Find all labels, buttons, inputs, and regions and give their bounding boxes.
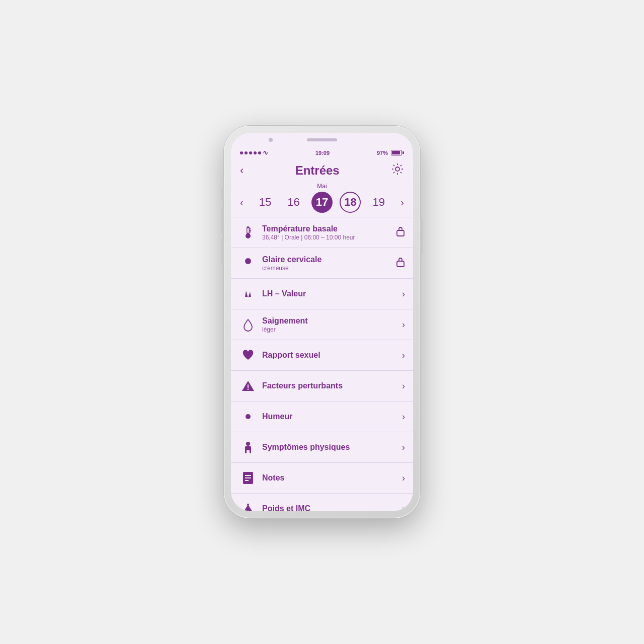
date-15[interactable]: 15 [255,192,276,213]
status-bar: ∿ 19:09 97% [231,147,413,158]
side-button-vol-down [221,239,224,264]
signal-area: ∿ [240,149,268,156]
app-header: ‹ Entrées [231,158,413,181]
date-16[interactable]: 16 [283,192,304,213]
saignement-chevron: › [402,319,405,330]
front-camera [269,138,273,142]
saignement-label: Saignement [262,316,397,326]
svg-point-2 [246,233,251,238]
signal-dot-5 [258,151,261,154]
signal-dot-3 [249,151,252,154]
person-icon [239,438,257,456]
peace-svg [241,256,255,270]
thermometer-icon [239,223,257,242]
back-button[interactable]: ‹ [240,164,244,177]
rapport-label: Rapport sexuel [262,351,397,360]
battery-percent: 97% [377,150,388,156]
heart-svg [241,348,255,362]
saignement-content: Saignement léger [257,316,402,333]
signal-dot-2 [245,151,248,154]
svg-point-0 [395,167,399,171]
sun-icon [239,408,257,426]
wifi-icon: ∿ [263,149,268,156]
signal-dot-4 [254,151,257,154]
menu-item-lh[interactable]: LH – Valeur › [231,278,413,309]
poids-chevron: › [402,504,405,512]
svg-rect-3 [248,228,249,233]
svg-line-20 [251,413,252,414]
menu-list: Température basale 36,48° | Orale | 06:0… [231,217,413,511]
date-19[interactable]: 19 [368,192,389,213]
poids-content: Poids et IMC [257,504,402,511]
battery-fill [392,151,400,154]
temperature-label: Température basale [262,224,391,233]
rapport-content: Rapport sexuel [257,351,402,360]
side-button-vol-up [221,209,224,234]
signal-dot-1 [240,151,243,154]
date-17-selected[interactable]: 17 [311,192,333,213]
menu-item-poids[interactable]: Poids et IMC › [231,493,413,511]
glaire-lock [396,257,405,270]
svg-line-21 [244,420,245,421]
next-date-button[interactable]: › [396,197,408,208]
saignement-sublabel: léger [262,326,397,333]
date-navigator: ‹ 15 16 17 18 19 › [231,192,413,213]
phone-top-notch [231,133,413,147]
warning-icon [239,377,257,395]
person-svg [241,440,255,454]
svg-point-12 [248,389,249,390]
glaire-content: Glaire cervicale crémeuse [257,255,396,272]
symptomes-content: Symptômes physiques [257,443,402,452]
temperature-content: Température basale 36,48° | Orale | 06:0… [257,224,396,241]
svg-point-13 [246,414,251,419]
rapport-chevron: › [402,350,405,361]
menu-item-temperature[interactable]: Température basale 36,48° | Orale | 06:0… [231,217,413,248]
wave-icon [239,285,257,303]
notes-icon [239,469,257,487]
notes-label: Notes [262,473,397,482]
menu-item-symptomes[interactable]: Symptômes physiques › [231,432,413,462]
phone-frame: ∿ 19:09 97% ‹ Entrées [224,126,420,518]
menu-item-notes[interactable]: Notes › [231,462,413,493]
temperature-sublabel: 36,48° | Orale | 06:00 – 10:00 heur [262,234,391,241]
glaire-label: Glaire cervicale [262,255,391,264]
menu-item-glaire[interactable]: Glaire cervicale crémeuse [231,248,413,278]
settings-button[interactable] [391,163,404,179]
side-button-power [420,219,423,254]
svg-point-29 [247,504,249,506]
temperature-lock [396,226,405,239]
page-title: Entrées [295,164,340,178]
peace-icon [239,254,257,272]
date-18-outline[interactable]: 18 [340,192,361,213]
glaire-sublabel: crémeuse [262,265,391,272]
drop-svg [241,317,255,332]
thermometer-svg [241,225,255,239]
side-button-mute [221,186,224,201]
prev-date-button[interactable]: ‹ [236,197,248,208]
lock-icon-2 [396,257,405,268]
lh-chevron: › [402,289,405,299]
lh-label: LH – Valeur [262,289,397,298]
heart-icon [239,346,257,364]
battery-body [391,150,402,155]
battery-icon [391,150,404,155]
notes-content: Notes [257,473,402,482]
sun-svg [241,410,255,424]
svg-line-18 [244,413,245,414]
gear-icon [391,163,404,176]
menu-item-facteurs[interactable]: Facteurs perturbants › [231,370,413,401]
svg-line-19 [251,420,252,421]
menu-item-humeur[interactable]: Humeur › [231,401,413,432]
svg-rect-10 [397,261,404,267]
menu-item-saignement[interactable]: Saignement léger › [231,309,413,340]
menu-item-rapport[interactable]: Rapport sexuel › [231,340,413,370]
month-label: Mai [317,183,327,190]
humeur-label: Humeur [262,412,397,421]
svg-point-22 [246,442,250,446]
facteurs-label: Facteurs perturbants [262,381,397,390]
wave-svg [241,287,255,301]
phone-speaker [307,138,337,141]
date-section: Mai ‹ 15 16 17 18 19 › [231,181,413,217]
notes-svg [241,471,255,485]
lock-icon [396,226,405,237]
